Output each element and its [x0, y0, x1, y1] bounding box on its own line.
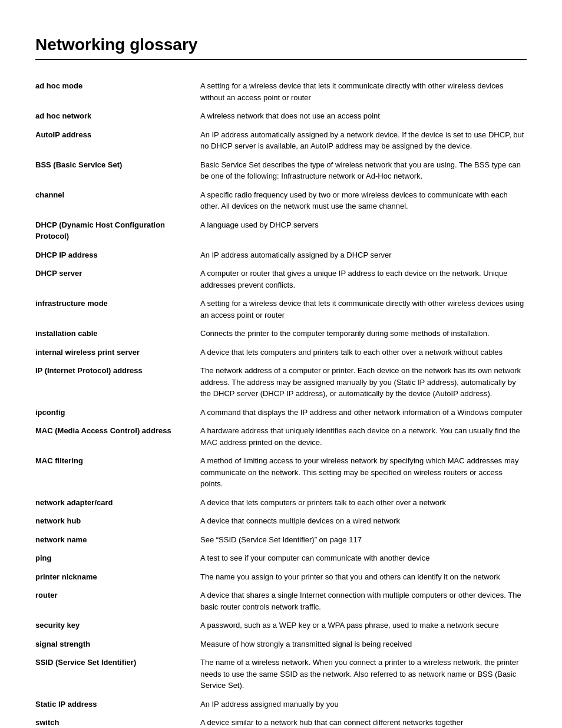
glossary-row: infrastructure modeA setting for a wirel… — [35, 294, 527, 324]
glossary-definition: A wireless network that does not use an … — [200, 107, 527, 126]
glossary-row: DHCP serverA computer or router that giv… — [35, 264, 527, 294]
glossary-definition: A device that lets computers and printer… — [200, 343, 527, 362]
glossary-term: network adapter/card — [35, 493, 200, 512]
glossary-term: DHCP IP address — [35, 246, 200, 265]
glossary-term: network hub — [35, 512, 200, 531]
glossary-term: security key — [35, 616, 200, 635]
glossary-definition: Connects the printer to the computer tem… — [200, 324, 527, 343]
glossary-row: BSS (Basic Service Set)Basic Service Set… — [35, 156, 527, 186]
glossary-term: internal wireless print server — [35, 343, 200, 362]
glossary-definition: Basic Service Set describes the type of … — [200, 156, 527, 186]
glossary-term: DHCP server — [35, 264, 200, 294]
glossary-row: MAC (Media Access Control) addressA hard… — [35, 421, 527, 452]
glossary-term: printer nickname — [35, 568, 200, 587]
glossary-term: installation cable — [35, 324, 200, 343]
glossary-row: channelA specific radio frequency used b… — [35, 186, 527, 216]
glossary-definition: An IP address assigned manually by you — [200, 695, 527, 714]
glossary-term: MAC (Media Access Control) address — [35, 421, 200, 452]
title-divider — [35, 59, 527, 60]
glossary-table: ad hoc modeA setting for a wireless devi… — [35, 77, 527, 728]
glossary-term: Static IP address — [35, 695, 200, 714]
glossary-row: ipconfigA command that displays the IP a… — [35, 403, 527, 422]
glossary-row: MAC filteringA method of limiting access… — [35, 452, 527, 493]
glossary-row: Static IP addressAn IP address assigned … — [35, 695, 527, 714]
glossary-definition: A hardware address that uniquely identif… — [200, 421, 527, 452]
glossary-row: signal strengthMeasure of how strongly a… — [35, 635, 527, 654]
glossary-row: network nameSee “SSID (Service Set Ident… — [35, 531, 527, 549]
glossary-definition: A test to see if your computer can commu… — [200, 549, 527, 568]
glossary-term: ad hoc network — [35, 107, 200, 126]
glossary-definition: A device that connects multiple devices … — [200, 512, 527, 531]
glossary-term: ad hoc mode — [35, 77, 200, 107]
glossary-row: installation cableConnects the printer t… — [35, 324, 527, 343]
glossary-row: SSID (Service Set Identifier)The name of… — [35, 653, 527, 695]
glossary-row: routerA device that shares a single Inte… — [35, 586, 527, 616]
glossary-term: MAC filtering — [35, 452, 200, 493]
glossary-term: ping — [35, 549, 200, 568]
glossary-row: network hubA device that connects multip… — [35, 512, 527, 531]
glossary-row: IP (Internet Protocol) addressThe networ… — [35, 361, 527, 403]
glossary-term: signal strength — [35, 635, 200, 654]
glossary-term: BSS (Basic Service Set) — [35, 156, 200, 186]
glossary-definition: A computer or router that gives a unique… — [200, 264, 527, 294]
glossary-term: IP (Internet Protocol) address — [35, 361, 200, 403]
glossary-row: security keyA password, such as a WEP ke… — [35, 616, 527, 635]
glossary-row: printer nicknameThe name you assign to y… — [35, 568, 527, 587]
glossary-definition: A device that lets computers or printers… — [200, 493, 527, 512]
glossary-definition: A method of limiting access to your wire… — [200, 452, 527, 493]
glossary-row: switchA device similar to a network hub … — [35, 713, 527, 728]
page-title: Networking glossary — [35, 35, 527, 54]
glossary-definition: A language used by DHCP servers — [200, 216, 527, 246]
glossary-term: AutoIP address — [35, 126, 200, 156]
glossary-term: router — [35, 586, 200, 616]
glossary-definition: A device similar to a network hub that c… — [200, 713, 527, 728]
glossary-row: internal wireless print serverA device t… — [35, 343, 527, 362]
glossary-term: channel — [35, 186, 200, 216]
glossary-row: network adapter/cardA device that lets c… — [35, 493, 527, 512]
glossary-row: ad hoc networkA wireless network that do… — [35, 107, 527, 126]
glossary-definition: A command that displays the IP address a… — [200, 403, 527, 422]
glossary-definition: The network address of a computer or pri… — [200, 361, 527, 403]
glossary-definition: The name you assign to your printer so t… — [200, 568, 527, 587]
glossary-definition: A setting for a wireless device that let… — [200, 77, 527, 107]
glossary-row: DHCP IP addressAn IP address automatical… — [35, 246, 527, 265]
glossary-row: AutoIP addressAn IP address automaticall… — [35, 126, 527, 156]
glossary-definition: A setting for a wireless device that let… — [200, 294, 527, 324]
glossary-definition: A password, such as a WEP key or a WPA p… — [200, 616, 527, 635]
glossary-row: DHCP (Dynamic Host Configuration Protoco… — [35, 216, 527, 246]
glossary-row: pingA test to see if your computer can c… — [35, 549, 527, 568]
glossary-definition: A device that shares a single Internet c… — [200, 586, 527, 616]
glossary-term: network name — [35, 531, 200, 549]
glossary-definition: Measure of how strongly a transmitted si… — [200, 635, 527, 654]
glossary-term: DHCP (Dynamic Host Configuration Protoco… — [35, 216, 200, 246]
glossary-term: SSID (Service Set Identifier) — [35, 653, 200, 695]
glossary-definition: An IP address automatically assigned by … — [200, 126, 527, 156]
glossary-term: ipconfig — [35, 403, 200, 422]
glossary-term: switch — [35, 713, 200, 728]
glossary-definition: The name of a wireless network. When you… — [200, 653, 527, 695]
glossary-definition: An IP address automatically assigned by … — [200, 246, 527, 265]
glossary-definition: See “SSID (Service Set Identifier)” on p… — [200, 531, 527, 549]
glossary-definition: A specific radio frequency used by two o… — [200, 186, 527, 216]
glossary-term: infrastructure mode — [35, 294, 200, 324]
glossary-row: ad hoc modeA setting for a wireless devi… — [35, 77, 527, 107]
